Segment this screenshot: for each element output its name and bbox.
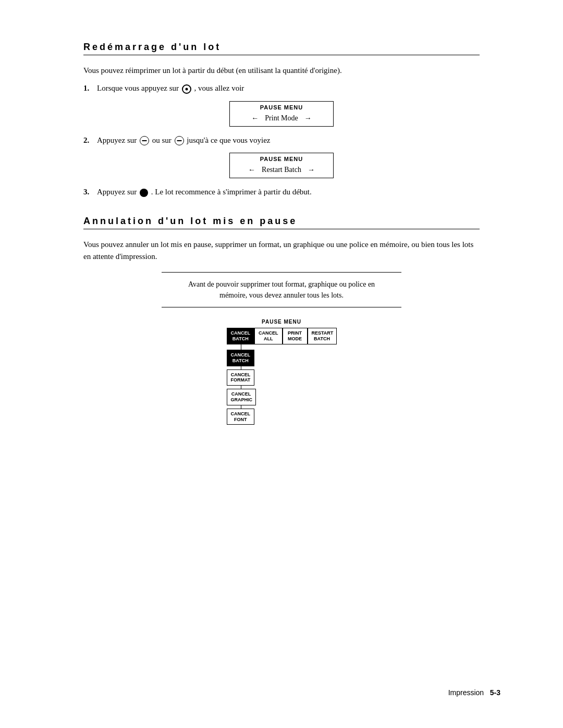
diagram-box-cancel-font: CANCELFONT [227,409,255,425]
page-footer: Impression 5-3 [448,688,500,697]
pause-menu-2-title: PAUSE MENU [230,153,333,164]
footer-text: Impression [448,688,484,697]
pause-menu-2-item: Restart Batch [262,166,301,174]
pause-menu-box-2: PAUSE MENU ← Restart Batch → [229,153,334,178]
pause-menu-1: PAUSE MENU ← Print Mode → [83,101,480,127]
diagram-area: PAUSE MENU CANCELBATCH CANCELALL PRINTMO… [83,319,480,425]
left-arrow-1: ← [251,114,259,122]
section1-intro: Vous pouvez réimprimer un lot à partir d… [83,65,480,77]
left-arrow-2: ← [248,166,255,174]
pause-menu-1-row: ← Print Mode → [230,112,333,126]
step-2: 2. Appuyez sur ou sur jusqu'à ce que vou… [83,136,480,146]
section2-title: Annulation d'un lot mis en pause [83,216,480,229]
pause-menu-box-1: PAUSE MENU ← Print Mode → [229,101,334,127]
footer-page: 5-3 [490,688,500,697]
step1-text-after: , vous allez voir [194,84,244,92]
step2-text-after: jusqu'à ce que vous voyiez [187,136,270,144]
section2-intro: Vous pouvez annuler un lot mis en pause,… [83,239,480,263]
right-arrow-1: → [304,114,312,122]
step3-text-after: . Le lot recommence à s'imprimer à parti… [151,188,312,196]
step2-number: 2. [83,136,93,145]
note-box: Avant de pouvoir supprimer tout format, … [162,272,401,307]
note-text: Avant de pouvoir supprimer tout format, … [188,280,375,299]
pause-menu-2: PAUSE MENU ← Restart Batch → [83,153,480,178]
step1-number: 1. [83,84,93,93]
step3-number: 3. [83,188,93,196]
step2-text-before: Appuyez sur [97,136,137,144]
diagram-branch-col: CANCELBATCH CANCELALL PRINTMODE RESTARTB… [227,328,337,425]
step1-text-before: Lorsque vous appuyez sur [97,84,179,92]
diagram-box-restart-batch: RESTARTBATCH [308,328,337,344]
minus-icon-1 [140,136,149,145]
pause-menu-1-item: Print Mode [265,114,298,122]
diagram-box-cancel-batch-branch: CANCELBATCH [227,350,255,366]
step1-content: Lorsque vous appuyez sur , vous allez vo… [97,84,480,94]
minus-icon-2 [175,136,184,145]
step3-text-before: Appuyez sur [97,188,137,196]
diagram-container: CANCELBATCH CANCELALL PRINTMODE RESTARTB… [227,328,337,425]
pause-menu-2-row: ← Restart Batch → [230,164,333,178]
right-arrow-2: → [308,166,315,174]
branch-items: CANCELBATCH CANCELFORMAT CANCELGRAPHIC C… [227,350,256,425]
pause-menu-1-title: PAUSE MENU [230,102,333,112]
step-3: 3. Appuyez sur . Le lot recommence à s'i… [83,188,480,197]
section1-title: Redémarrage d'un lot [83,42,480,55]
diagram-branch: CANCELBATCH CANCELFORMAT CANCELGRAPHIC C… [227,344,337,425]
circle-filled-icon [140,189,148,197]
section-restart-batch: Redémarrage d'un lot Vous pouvez réimpri… [83,42,480,197]
vert-line-1 [241,344,242,350]
step3-content: Appuyez sur . Le lot recommence à s'impr… [97,188,480,197]
step-1: 1. Lorsque vous appuyez sur , vous allez… [83,84,480,94]
diagram-box-cancel-graphic: CANCELGRAPHIC [227,389,256,405]
step2-text-mid: ou sur [152,136,172,144]
pause-icon [182,84,191,94]
diagram-box-print-mode: PRINTMODE [283,328,308,344]
diagram-label: PAUSE MENU [262,319,301,325]
diagram-top-row: CANCELBATCH CANCELALL PRINTMODE RESTARTB… [227,328,337,344]
diagram-box-cancel-format: CANCELFORMAT [227,369,255,386]
diagram-box-cancel-batch-top: CANCELBATCH [227,328,255,344]
diagram-box-cancel-all: CANCELALL [254,328,283,344]
section-cancel-batch: Annulation d'un lot mis en pause Vous po… [83,216,480,425]
step2-content: Appuyez sur ou sur jusqu'à ce que vous v… [97,136,480,146]
